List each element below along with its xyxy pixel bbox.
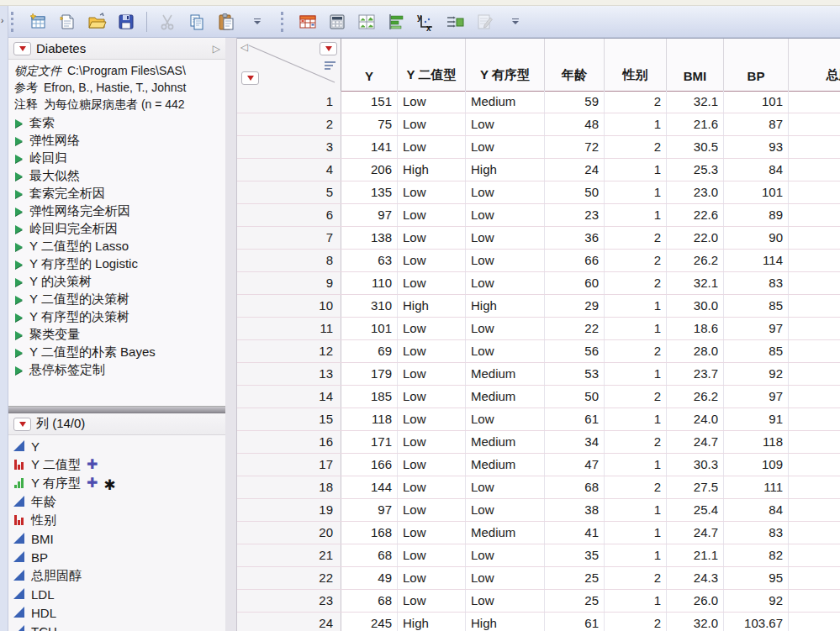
grid-cell[interactable] <box>789 363 840 385</box>
grid-cell[interactable]: 144 <box>341 476 398 498</box>
grid-cell[interactable]: Low <box>398 136 466 158</box>
grid-cell[interactable]: 21.6 <box>667 113 724 135</box>
grid-cell[interactable]: 103.67 <box>724 613 789 631</box>
table-script-item[interactable]: 岭回归完全析因 <box>8 220 225 238</box>
grid-cell[interactable]: 168 <box>341 522 398 544</box>
grid-cell[interactable]: 245 <box>341 613 398 631</box>
grid-cell[interactable]: 23.0 <box>667 181 724 203</box>
grid-cell[interactable]: 1 <box>605 408 667 430</box>
grid-cell[interactable]: Low <box>398 590 466 612</box>
grid-cell[interactable]: 109 <box>724 454 789 476</box>
grid-cell[interactable]: 92 <box>724 590 789 612</box>
save-button[interactable] <box>114 10 138 34</box>
grid-cell[interactable]: 185 <box>341 386 398 408</box>
grid-cell[interactable]: 22.6 <box>667 204 724 226</box>
script-run-icon[interactable] <box>15 349 23 357</box>
grid-cell[interactable]: 83 <box>724 272 789 294</box>
grid-cell[interactable]: 97 <box>724 386 789 408</box>
grid-cell[interactable]: 83 <box>724 522 789 544</box>
grid-cell[interactable]: 24.3 <box>667 567 724 589</box>
grid-cell[interactable]: Low <box>466 590 545 612</box>
rows-menu-hotspot[interactable] <box>241 71 259 85</box>
grid-cell[interactable]: High <box>466 613 545 631</box>
ordinal-modeling-type-icon[interactable] <box>13 477 25 489</box>
grid-cell[interactable]: Low <box>398 476 466 498</box>
table-script-item[interactable]: 弹性网络 <box>8 132 225 150</box>
grid-cell[interactable]: Low <box>398 431 466 453</box>
grid-cell[interactable]: 2 <box>605 91 667 113</box>
grid-cell[interactable] <box>789 590 840 612</box>
grid-cell[interactable]: Low <box>466 181 545 203</box>
grid-cell[interactable]: 97 <box>341 204 398 226</box>
grid-cell[interactable]: High <box>398 613 466 631</box>
grid-cell[interactable]: 1 <box>605 295 667 317</box>
grid-cell[interactable]: 22.0 <box>667 227 724 249</box>
grid-cell[interactable]: 114 <box>724 250 789 271</box>
grid-cell[interactable]: Medium <box>466 91 545 113</box>
grid-cell[interactable]: 2 <box>605 272 667 294</box>
grid-cell[interactable]: Low <box>398 363 466 385</box>
column-list-item[interactable]: HDL <box>8 603 225 622</box>
column-list-item[interactable]: BP <box>8 548 225 566</box>
grid-cell[interactable] <box>789 227 840 249</box>
grid-cell[interactable]: 69 <box>341 340 398 362</box>
row-number[interactable]: 6 <box>237 204 341 226</box>
grid-cell[interactable] <box>789 250 840 271</box>
grid-cell[interactable] <box>789 113 840 135</box>
grid-cell[interactable] <box>789 318 840 339</box>
grid-cell[interactable]: 61 <box>545 408 605 430</box>
grid-cell[interactable]: 2 <box>605 613 667 631</box>
chart-button[interactable] <box>384 10 408 34</box>
grid-cell[interactable]: 87 <box>724 113 789 135</box>
join-button[interactable] <box>443 10 467 34</box>
continuous-modeling-type-icon[interactable] <box>13 588 25 600</box>
grid-cell[interactable]: Low <box>398 318 466 339</box>
columns-menu-hotspot[interactable] <box>320 42 337 55</box>
grid-cell[interactable] <box>789 567 840 589</box>
row-number[interactable]: 10 <box>237 295 341 317</box>
grid-cell[interactable]: 30.3 <box>667 454 724 476</box>
grid-cell[interactable]: Low <box>466 340 545 362</box>
grid-cell[interactable]: 97 <box>341 499 398 521</box>
grid-cell[interactable]: 53 <box>545 363 605 385</box>
row-number[interactable]: 13 <box>237 363 341 385</box>
grid-cell[interactable]: 68 <box>341 544 398 566</box>
script-run-icon[interactable] <box>15 137 23 145</box>
vertical-panel-splitter[interactable] <box>225 38 237 631</box>
toolbar-grip[interactable] <box>11 12 16 32</box>
grid-cell[interactable]: 141 <box>341 136 398 158</box>
grid-cell[interactable]: 2 <box>605 136 667 158</box>
grid-cell[interactable]: Medium <box>466 363 545 385</box>
asterisk-icon[interactable]: ✱ <box>103 481 115 490</box>
column-list-item[interactable]: 年龄 <box>8 492 225 511</box>
new-data-table-button[interactable] <box>26 10 50 34</box>
grid-cell[interactable] <box>789 181 840 203</box>
script-run-icon[interactable] <box>15 331 23 339</box>
grid-cell[interactable]: 2 <box>605 250 667 271</box>
grid-cell[interactable]: 22 <box>545 318 605 339</box>
grid-cell[interactable]: Low <box>398 91 466 113</box>
grid-cell[interactable]: 91 <box>724 408 789 430</box>
row-number[interactable]: 5 <box>237 181 341 203</box>
grid-cell[interactable]: 63 <box>341 250 398 271</box>
continuous-modeling-type-icon[interactable] <box>13 551 25 563</box>
grid-cell[interactable]: 24.7 <box>667 522 724 544</box>
grid-cell[interactable]: Low <box>466 204 545 226</box>
grid-cell[interactable]: High <box>466 159 545 181</box>
table-script-item[interactable]: 套索完全析因 <box>8 185 225 202</box>
grid-cell[interactable]: 1 <box>605 522 667 544</box>
grid-cell[interactable]: 179 <box>341 363 398 385</box>
grid-cell[interactable]: 2 <box>605 476 667 498</box>
grid-cell[interactable]: 151 <box>341 91 398 113</box>
grid-cell[interactable] <box>789 613 840 631</box>
grid-cell[interactable]: Medium <box>466 522 545 544</box>
collapse-panel-icon[interactable]: ◁ <box>240 41 248 53</box>
edit-button[interactable] <box>473 10 496 34</box>
grid-cell[interactable]: 171 <box>341 431 398 453</box>
formula-icon[interactable]: ✚ <box>87 477 98 489</box>
grid-cell[interactable]: 32.1 <box>667 272 724 294</box>
table-script-item[interactable]: Y 的决策树 <box>8 273 225 291</box>
script-run-icon[interactable] <box>15 119 23 128</box>
toolbar-overflow-button[interactable] <box>246 10 269 34</box>
grid-cell[interactable]: 2 <box>605 431 667 453</box>
